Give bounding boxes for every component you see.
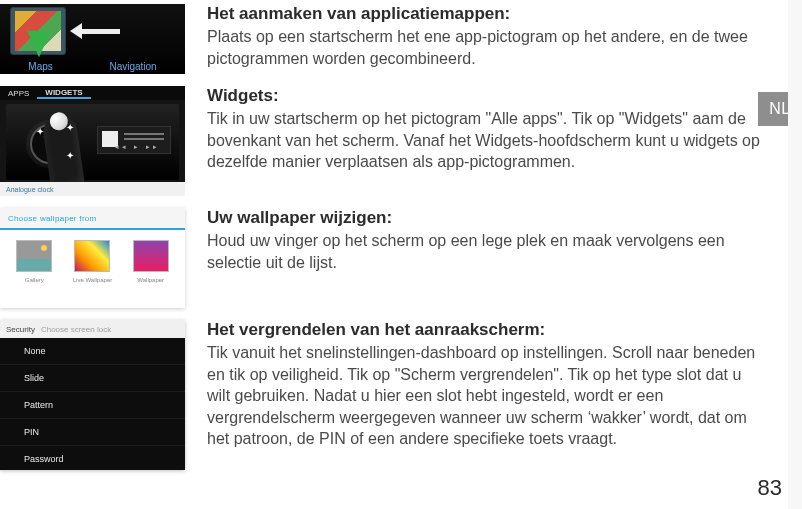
navigation-label: Navigation [109, 61, 156, 72]
thumb-widgets: APPS WIDGETS ◂◂ ▸ ▸▸ ✦ ✦ ✦ Analogue cloc… [0, 86, 185, 196]
lock-opt-password: Password [0, 446, 185, 470]
gallery-icon [16, 240, 52, 272]
wallpaper-dialog-title: Choose wallpaper from [0, 208, 185, 230]
manual-page: Maps Navigation Het aanmaken van applica… [0, 0, 802, 509]
section-widgets: APPS WIDGETS ◂◂ ▸ ▸▸ ✦ ✦ ✦ Analogue cloc… [0, 86, 802, 196]
drag-arrow-icon [70, 26, 120, 36]
thumb-app-folders-art: Maps Navigation [0, 4, 185, 74]
tab-widgets: WIDGETS [37, 88, 90, 99]
thumb-wallpaper-art: Choose wallpaper from Gallery Live Wallp… [0, 208, 185, 308]
body-widgets: Tik in uw startscherm op het pictogram "… [207, 108, 762, 173]
section-lock: Security Choose screen lock None Slide P… [0, 320, 802, 470]
wallpaper-opt-wallpaper: Wallpaper [133, 240, 169, 283]
live-wallpaper-icon [74, 240, 110, 272]
lock-opt-pin: PIN [0, 419, 185, 446]
touch-finger-icon [41, 114, 84, 188]
heading-lock: Het vergrendelen van het aanraakscherm: [207, 320, 762, 340]
body-wallpaper: Houd uw vinger op het scherm op een lege… [207, 230, 762, 273]
thumb-wallpaper: Choose wallpaper from Gallery Live Wallp… [0, 208, 185, 308]
lock-subheader: Choose screen lock [41, 325, 111, 334]
lock-opt-slide: Slide [0, 365, 185, 392]
maps-pin-icon [27, 31, 51, 57]
body-app-folders: Plaats op een startscherm het ene app-pi… [207, 26, 762, 69]
thumb-lock-art: Security Choose screen lock None Slide P… [0, 320, 185, 470]
wallpaper-opt-live: Live Wallpaper [73, 240, 112, 283]
thumb-app-folders: Maps Navigation [0, 4, 185, 74]
thumb-lock: Security Choose screen lock None Slide P… [0, 320, 185, 470]
vertical-scrollbar[interactable] [788, 0, 802, 509]
widget-caption: Analogue clock [0, 182, 185, 196]
heading-app-folders: Het aanmaken van applicatiemappen: [207, 4, 762, 24]
page-number: 83 [758, 475, 782, 501]
heading-wallpaper: Uw wallpaper wijzigen: [207, 208, 762, 228]
music-widget-icon: ◂◂ ▸ ▸▸ [97, 126, 171, 154]
section-app-folders: Maps Navigation Het aanmaken van applica… [0, 4, 802, 74]
section-wallpaper: Choose wallpaper from Gallery Live Wallp… [0, 208, 802, 308]
lock-opt-none: None [0, 338, 185, 365]
tab-apps: APPS [0, 89, 37, 98]
heading-widgets: Widgets: [207, 86, 762, 106]
maps-label: Maps [28, 61, 52, 72]
lock-opt-pattern: Pattern [0, 392, 185, 419]
music-widget-controls: ◂◂ ▸ ▸▸ [115, 143, 160, 151]
wallpaper-icon [133, 240, 169, 272]
maps-app-icon [10, 7, 66, 55]
thumb-widgets-art: APPS WIDGETS ◂◂ ▸ ▸▸ ✦ ✦ ✦ Analogue cloc… [0, 86, 185, 196]
lock-header: Security [6, 325, 35, 334]
body-lock: Tik vanuit het snelinstellingen-dashboar… [207, 342, 762, 450]
wallpaper-opt-gallery: Gallery [16, 240, 52, 283]
navigation-app-icon [126, 7, 180, 53]
